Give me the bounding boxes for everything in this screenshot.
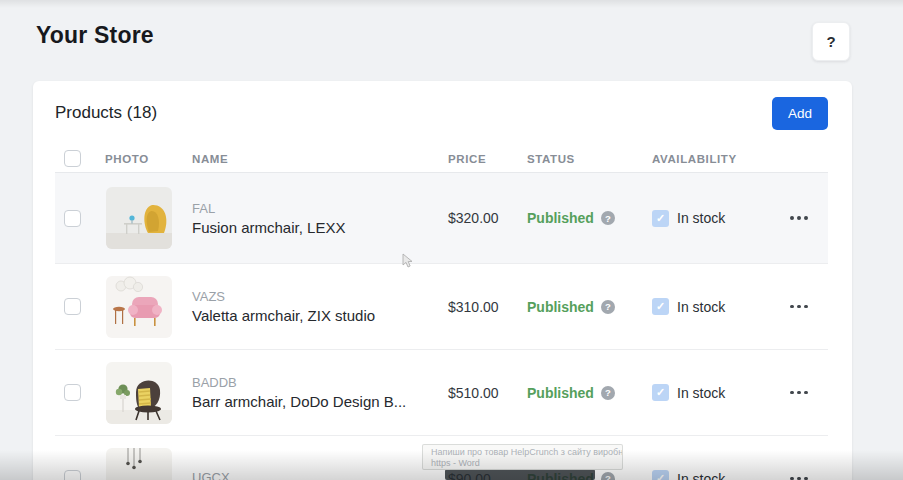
row-actions-cell bbox=[770, 299, 828, 315]
tooltip-line2: https - Word bbox=[431, 458, 614, 469]
store-admin-app: Your Store ? Products (18) Add PHOTO NAM… bbox=[0, 0, 903, 480]
dot-icon bbox=[797, 305, 801, 309]
table-header-row: PHOTO NAME PRICE STATUS AVAILABILITY bbox=[55, 145, 828, 173]
row-name-cell[interactable]: FAL Fusion armchair, LEXX bbox=[192, 201, 448, 236]
table-body: FAL Fusion armchair, LEXX $320.00 Publis… bbox=[55, 173, 828, 480]
availability-label: In stock bbox=[677, 471, 725, 480]
dot-icon bbox=[790, 305, 794, 309]
column-header-photo[interactable]: PHOTO bbox=[105, 153, 192, 165]
status-help-icon[interactable]: ? bbox=[601, 472, 615, 480]
row-select-checkbox[interactable] bbox=[64, 470, 81, 480]
product-code: FAL bbox=[192, 201, 448, 216]
row-actions-button[interactable] bbox=[786, 299, 812, 315]
dot-icon bbox=[797, 391, 801, 395]
availability-label: In stock bbox=[677, 385, 725, 401]
product-photo[interactable] bbox=[106, 187, 172, 249]
product-availability: In stock bbox=[652, 384, 770, 401]
row-actions-button[interactable] bbox=[786, 385, 812, 401]
table-row[interactable]: FAL Fusion armchair, LEXX $320.00 Publis… bbox=[55, 173, 828, 264]
dot-icon bbox=[804, 305, 808, 309]
row-select-cell bbox=[55, 384, 105, 401]
dot-icon bbox=[790, 477, 794, 480]
row-photo-cell bbox=[105, 362, 192, 424]
product-availability: In stock bbox=[652, 298, 770, 315]
availability-label: In stock bbox=[677, 210, 725, 226]
column-header-price[interactable]: PRICE bbox=[448, 153, 527, 165]
product-name: Fusion armchair, LEXX bbox=[192, 219, 448, 236]
stock-checkbox[interactable] bbox=[652, 210, 669, 227]
row-actions-button[interactable] bbox=[786, 210, 812, 226]
row-actions-cell bbox=[770, 210, 828, 226]
product-status: Published ? bbox=[527, 299, 652, 315]
product-price: $510.00 bbox=[448, 385, 527, 401]
product-code: BADDB bbox=[192, 375, 448, 390]
product-status: Published ? bbox=[527, 210, 652, 226]
column-header-availability[interactable]: AVAILABILITY bbox=[652, 153, 770, 165]
dot-icon bbox=[804, 477, 808, 480]
row-select-checkbox[interactable] bbox=[64, 384, 81, 401]
product-code: VAZS bbox=[192, 289, 448, 304]
taskbar-preview-tooltip: Напиши про товар HelpCrunch з сайту виро… bbox=[422, 444, 623, 470]
page-title: Your Store bbox=[36, 22, 154, 49]
table-row[interactable]: BADDB Barr armchair, DoDo Design B... $5… bbox=[55, 350, 828, 436]
row-actions-button[interactable] bbox=[786, 471, 812, 480]
stock-checkbox[interactable] bbox=[652, 298, 669, 315]
select-all-checkbox[interactable] bbox=[64, 150, 81, 167]
dot-icon bbox=[797, 216, 801, 220]
row-name-cell[interactable]: VAZS Valetta armchair, ZIX studio bbox=[192, 289, 448, 324]
status-help-icon[interactable]: ? bbox=[601, 211, 615, 225]
help-button[interactable]: ? bbox=[812, 22, 850, 61]
dot-icon bbox=[797, 477, 801, 480]
product-photo[interactable] bbox=[106, 362, 172, 424]
dot-icon bbox=[790, 216, 794, 220]
status-label: Published bbox=[527, 210, 594, 226]
row-actions-cell bbox=[770, 471, 828, 480]
product-availability: In stock bbox=[652, 210, 770, 227]
dot-icon bbox=[804, 216, 808, 220]
row-select-cell bbox=[55, 470, 105, 480]
status-help-icon[interactable]: ? bbox=[601, 386, 615, 400]
status-help-icon[interactable]: ? bbox=[601, 300, 615, 314]
column-header-name[interactable]: NAME bbox=[192, 153, 448, 165]
stock-checkbox[interactable] bbox=[652, 384, 669, 401]
product-status: Published ? bbox=[527, 385, 652, 401]
availability-label: In stock bbox=[677, 299, 725, 315]
tooltip-line1: Напиши про товар HelpCrunch з сайту виро… bbox=[431, 447, 614, 458]
product-name: Barr armchair, DoDo Design B... bbox=[192, 393, 448, 410]
video-scrubber-overlay bbox=[445, 469, 595, 480]
row-actions-cell bbox=[770, 385, 828, 401]
row-select-cell bbox=[55, 210, 105, 227]
stock-checkbox[interactable] bbox=[652, 470, 669, 480]
row-select-checkbox[interactable] bbox=[64, 298, 81, 315]
dot-icon bbox=[804, 391, 808, 395]
dot-icon bbox=[790, 391, 794, 395]
products-table: PHOTO NAME PRICE STATUS AVAILABILITY FAL… bbox=[33, 145, 852, 480]
row-photo-cell bbox=[105, 448, 192, 480]
column-header-status[interactable]: STATUS bbox=[527, 153, 652, 165]
status-label: Published bbox=[527, 299, 594, 315]
product-price: $310.00 bbox=[448, 299, 527, 315]
mouse-cursor bbox=[402, 253, 414, 269]
status-label: Published bbox=[527, 385, 594, 401]
row-select-checkbox[interactable] bbox=[64, 210, 81, 227]
product-photo[interactable] bbox=[106, 448, 172, 480]
panel-header: Products (18) Add bbox=[33, 81, 852, 145]
product-code: UGCX bbox=[192, 470, 448, 480]
row-name-cell[interactable]: BADDB Barr armchair, DoDo Design B... bbox=[192, 375, 448, 410]
top-gradient-overlay bbox=[0, 0, 903, 8]
row-select-cell bbox=[55, 298, 105, 315]
question-mark-icon: ? bbox=[826, 33, 835, 50]
product-price: $320.00 bbox=[448, 210, 527, 226]
table-row[interactable]: VAZS Valetta armchair, ZIX studio $310.0… bbox=[55, 264, 828, 350]
row-photo-cell bbox=[105, 276, 192, 338]
products-panel: Products (18) Add PHOTO NAME PRICE STATU… bbox=[33, 81, 852, 480]
panel-title: Products (18) bbox=[55, 103, 157, 123]
row-photo-cell bbox=[105, 187, 192, 249]
product-photo[interactable] bbox=[106, 276, 172, 338]
add-product-button[interactable]: Add bbox=[772, 97, 828, 130]
product-name: Valetta armchair, ZIX studio bbox=[192, 307, 448, 324]
product-availability: In stock bbox=[652, 470, 770, 480]
row-name-cell[interactable]: UGCX bbox=[192, 470, 448, 480]
select-all-cell bbox=[55, 150, 105, 167]
